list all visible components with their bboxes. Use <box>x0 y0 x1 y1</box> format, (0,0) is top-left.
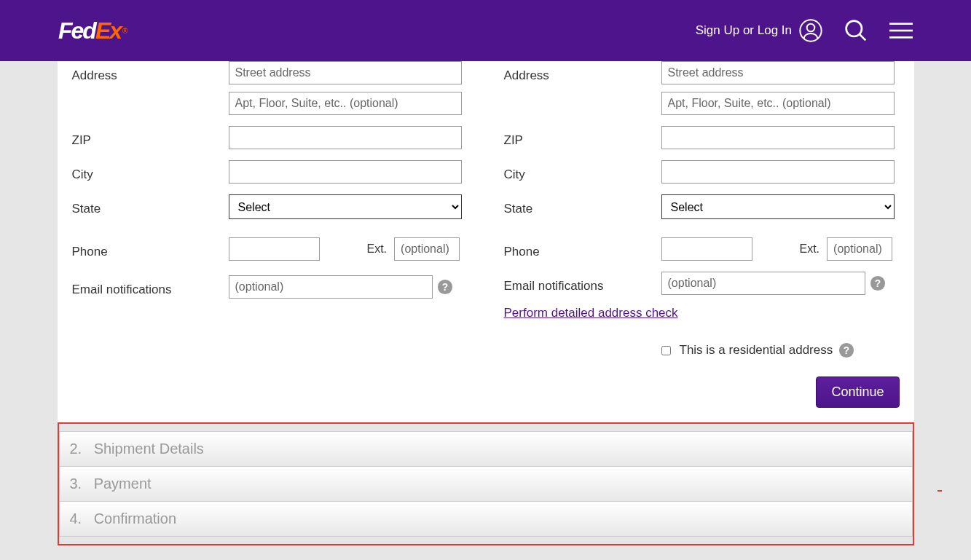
from-state-label: State <box>72 194 229 216</box>
signup-login-text: Sign Up or Log In <box>696 23 792 38</box>
help-icon[interactable]: ? <box>437 279 453 295</box>
from-phone-label: Phone <box>72 237 229 259</box>
from-city-input[interactable] <box>229 160 462 184</box>
step-num-2: 2. <box>70 441 82 457</box>
from-city-label: City <box>72 160 229 182</box>
svg-text:?: ? <box>874 278 880 289</box>
step-num-4: 4. <box>70 510 82 527</box>
to-column: Address ZIP City State Select <box>504 61 900 408</box>
residential-label: This is a residential address <box>680 343 833 358</box>
to-address-label: Address <box>504 61 661 83</box>
to-zip-input[interactable] <box>661 126 895 149</box>
svg-point-2 <box>846 21 862 36</box>
to-city-input[interactable] <box>661 160 895 184</box>
svg-point-1 <box>807 24 815 32</box>
logo-ex-text: Ex <box>95 17 121 44</box>
to-state-select[interactable]: Select <box>661 194 895 219</box>
from-phone-input[interactable] <box>229 237 320 261</box>
from-ext-input[interactable] <box>394 237 460 261</box>
from-email-label: Email notifications <box>72 275 229 297</box>
step-payment[interactable]: 3. Payment <box>59 467 913 502</box>
help-icon[interactable]: ? <box>838 342 854 358</box>
red-mark <box>937 490 942 492</box>
from-state-select[interactable]: Select <box>229 194 462 219</box>
svg-line-3 <box>860 34 865 40</box>
step-confirmation[interactable]: 4. Confirmation <box>59 502 913 537</box>
signup-login-link[interactable]: Sign Up or Log In <box>696 19 822 42</box>
steps-container: 2. Shipment Details 3. Payment 4. Confir… <box>58 422 914 545</box>
user-icon <box>799 19 822 42</box>
main-content: Address ZIP City State Select <box>58 61 914 422</box>
step-title-payment: Payment <box>94 476 152 492</box>
to-email-label: Email notifications <box>504 272 661 293</box>
to-phone-input[interactable] <box>661 237 752 261</box>
fedex-logo[interactable]: FedEx® <box>58 17 127 44</box>
to-email-input[interactable] <box>661 272 865 295</box>
search-icon[interactable] <box>844 19 868 42</box>
main-header: FedEx® Sign Up or Log In <box>0 0 971 61</box>
from-ext-label: Ext. <box>367 242 388 256</box>
residential-checkbox[interactable] <box>661 346 671 355</box>
form-container: Address ZIP City State Select <box>72 61 900 408</box>
logo-fed-text: Fed <box>58 17 95 44</box>
help-icon[interactable]: ? <box>870 275 886 291</box>
from-street-input[interactable] <box>229 61 462 84</box>
from-column: Address ZIP City State Select <box>72 61 468 408</box>
logo-dot: ® <box>122 27 127 35</box>
step-title-shipment: Shipment Details <box>94 441 204 457</box>
step-num-3: 3. <box>70 476 82 492</box>
from-apt-input[interactable] <box>229 92 462 115</box>
address-check-link[interactable]: Perform detailed address check <box>504 306 678 320</box>
step-title-confirmation: Confirmation <box>94 510 176 527</box>
continue-button[interactable]: Continue <box>816 376 899 408</box>
from-address-label: Address <box>72 61 229 83</box>
to-ext-label: Ext. <box>800 242 820 256</box>
to-zip-label: ZIP <box>504 126 661 148</box>
from-zip-label: ZIP <box>72 126 229 148</box>
step-shipment-details[interactable]: 2. Shipment Details <box>59 431 913 467</box>
to-phone-label: Phone <box>504 237 661 259</box>
menu-icon[interactable] <box>889 22 913 39</box>
svg-text:?: ? <box>844 345 849 356</box>
from-email-input[interactable] <box>229 275 433 299</box>
from-zip-input[interactable] <box>229 126 462 149</box>
to-city-label: City <box>504 160 661 182</box>
to-state-label: State <box>504 194 661 216</box>
to-street-input[interactable] <box>661 61 895 84</box>
to-apt-input[interactable] <box>661 92 895 115</box>
to-ext-input[interactable] <box>827 237 892 261</box>
header-right: Sign Up or Log In <box>696 19 913 42</box>
svg-text:?: ? <box>441 282 447 293</box>
